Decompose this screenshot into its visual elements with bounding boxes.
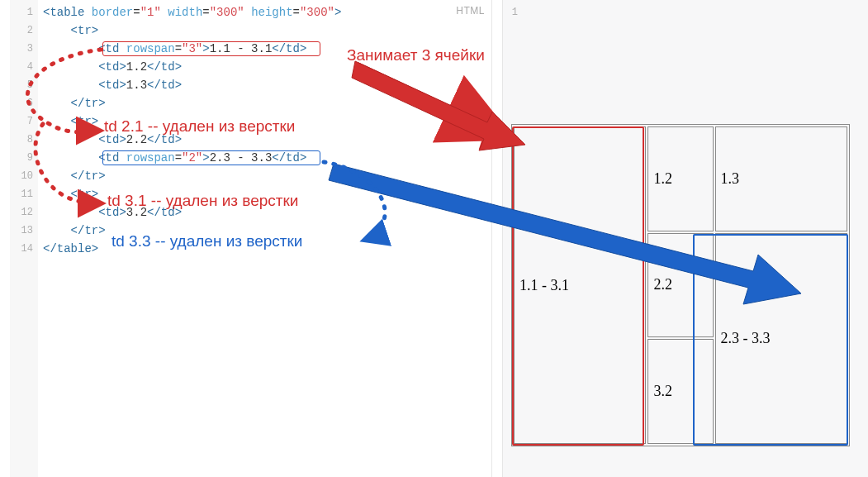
- code-line: </tr>: [43, 94, 484, 112]
- code-gutter: 1234567891011121314: [10, 0, 38, 477]
- table-row: 1.1 - 3.11.21.3: [514, 126, 847, 231]
- code-line: </tr>: [43, 167, 484, 185]
- code-line: <tr>: [43, 21, 484, 40]
- preview-table: 1.1 - 3.11.21.32.22.3 - 3.33.2: [511, 124, 850, 446]
- table-cell: 2.2: [647, 233, 713, 338]
- annotation-deleted-21: td 2.1 -- удален из верстки: [104, 117, 295, 136]
- code-line: <td>1.3</td>: [43, 76, 484, 94]
- table-cell: 1.2: [647, 126, 713, 231]
- table-cell: 1.1 - 3.1: [514, 126, 646, 444]
- preview-panel: 1 1.1 - 3.11.21.32.22.3 - 3.33.2: [502, 0, 868, 477]
- table-cell: 3.2: [647, 339, 713, 444]
- code-line: <table border="1" width="300" height="30…: [43, 3, 484, 21]
- annotation-heading: Занимает 3 ячейки: [347, 46, 485, 64]
- annotation-deleted-31: td 3.1 -- удален из верстки: [107, 192, 298, 210]
- annotation-deleted-33: td 3.3 -- удален из верстки: [111, 232, 302, 250]
- table-cell: 1.3: [715, 126, 847, 231]
- preview-table-wrap: 1.1 - 3.11.21.32.22.3 - 3.33.2: [511, 124, 850, 446]
- table-cell: 2.3 - 3.3: [715, 233, 847, 444]
- code-line: <td rowspan="2">2.3 - 3.3</td>: [43, 149, 484, 167]
